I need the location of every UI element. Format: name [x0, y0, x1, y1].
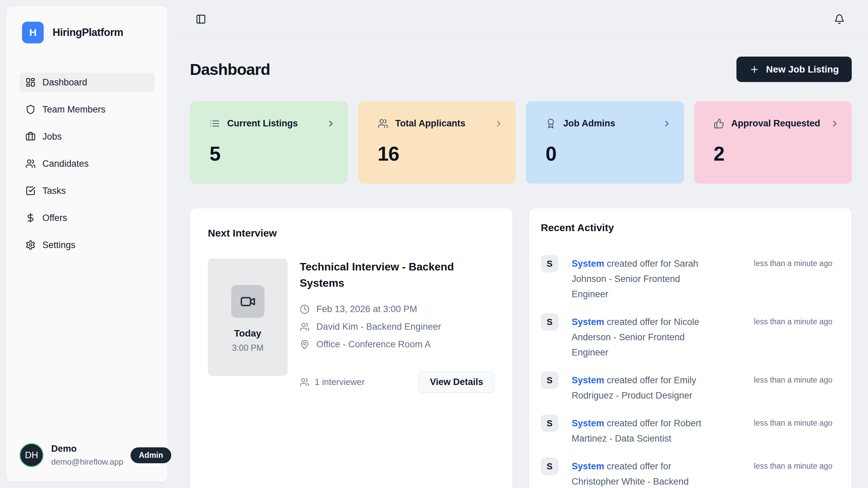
interview-datetime: Feb 13, 2026 at 3:00 PM [316, 304, 417, 314]
stat-card-job-admins[interactable]: Job Admins 0 [526, 101, 684, 184]
users-icon [300, 378, 309, 387]
stat-card-total-applicants[interactable]: Total Applicants 16 [358, 101, 516, 184]
sidebar-item-label: Dashboard [42, 77, 87, 88]
map-pin-icon [300, 340, 310, 349]
interview-date-tile: Today 3:00 PM [208, 259, 288, 376]
stat-value: 16 [378, 142, 504, 165]
activity-timestamp: less than a minute ago [754, 458, 832, 488]
interviewer-count-label: 1 interviewer [315, 377, 364, 387]
stat-card-current-listings[interactable]: Current Listings 5 [190, 101, 348, 184]
page-title: Dashboard [190, 60, 270, 79]
new-job-listing-button[interactable]: New Job Listing [736, 57, 852, 82]
sidebar-item-label: Team Members [42, 104, 105, 115]
sidebar-item-settings[interactable]: Settings [19, 235, 155, 255]
recent-activity-panel: Recent Activity S System created offer f… [529, 208, 852, 488]
activity-avatar: S [541, 371, 558, 389]
user-email: demo@hireflow.app [51, 457, 123, 467]
panel-left-icon [196, 14, 206, 24]
new-job-listing-label: New Job Listing [766, 64, 839, 75]
stat-label: Current Listings [227, 118, 298, 129]
topbar [174, 0, 868, 38]
sidebar-item-label: Jobs [42, 131, 62, 142]
notifications-button[interactable] [832, 12, 846, 26]
sidebar-item-label: Tasks [42, 186, 66, 196]
users-icon [378, 118, 388, 129]
users-icon [300, 322, 310, 332]
activity-actor[interactable]: System [572, 418, 604, 428]
activity-timestamp: less than a minute ago [754, 414, 832, 446]
shield-icon [25, 104, 36, 115]
next-interview-title: Next Interview [208, 227, 495, 239]
activity-timestamp: less than a minute ago [754, 255, 832, 302]
users-icon [25, 159, 36, 169]
stat-card-approval-requested[interactable]: Approval Requested 2 [694, 101, 852, 184]
interview-candidate-row: David Kim - Backend Engineer [300, 322, 495, 332]
activity-avatar: S [541, 414, 558, 432]
sidebar-toggle-button[interactable] [194, 12, 208, 26]
user-profile[interactable]: DH Demo demo@hireflow.app Admin [19, 443, 155, 467]
activity-timestamp: less than a minute ago [754, 371, 832, 403]
activity-item: S System created offer for Robert Martin… [541, 414, 832, 446]
interview-day-label: Today [234, 328, 261, 339]
stat-value: 2 [714, 142, 840, 165]
stat-label: Total Applicants [395, 118, 466, 129]
activity-actor[interactable]: System [572, 259, 604, 269]
activity-timestamp: less than a minute ago [754, 313, 832, 360]
chevron-right-icon [326, 119, 336, 128]
sidebar-item-label: Settings [42, 240, 76, 250]
app-title: HiringPlatform [53, 26, 123, 39]
activity-actor[interactable]: System [572, 461, 604, 471]
sidebar-nav: Dashboard Team Members Jobs Candidates T… [19, 73, 155, 255]
sidebar-item-dashboard[interactable]: Dashboard [19, 73, 155, 92]
activity-avatar: S [541, 458, 558, 475]
chevron-right-icon [830, 119, 840, 128]
interview-candidate: David Kim - Backend Engineer [316, 322, 441, 332]
interview-datetime-row: Feb 13, 2026 at 3:00 PM [300, 304, 495, 314]
stat-value: 5 [210, 142, 336, 165]
sidebar-item-team-members[interactable]: Team Members [19, 100, 155, 119]
sidebar-item-label: Candidates [42, 159, 89, 169]
chevron-right-icon [662, 119, 672, 128]
app-logo-mark: H [22, 22, 44, 43]
interview-title: Technical Interview - Backend Systems [300, 259, 462, 291]
activity-item: S System created offer for Nicole Anders… [541, 313, 832, 360]
activity-avatar: S [541, 313, 558, 331]
content: Dashboard New Job Listing Current Listin… [174, 57, 868, 488]
activity-item: S System created offer for Christopher W… [541, 458, 832, 488]
sidebar-item-offers[interactable]: Offers [19, 208, 155, 228]
activity-actor[interactable]: System [572, 317, 604, 327]
layout-dashboard-icon [25, 77, 36, 87]
page-header: Dashboard New Job Listing [190, 57, 852, 82]
stat-label: Job Admins [563, 118, 615, 129]
role-badge: Admin [131, 447, 171, 463]
avatar: DH [19, 443, 44, 467]
activity-item: S System created offer for Sarah Johnson… [541, 255, 832, 302]
briefcase-icon [25, 131, 36, 142]
main-area: Dashboard New Job Listing Current Listin… [174, 0, 868, 488]
stat-value: 0 [546, 142, 672, 165]
chevron-right-icon [494, 119, 504, 128]
stat-cards: Current Listings 5 Total Applicants [190, 101, 852, 184]
check-square-icon [25, 186, 36, 196]
sidebar-item-tasks[interactable]: Tasks [19, 181, 155, 201]
bell-icon [834, 14, 845, 24]
sidebar-item-label: Offers [42, 213, 67, 223]
activity-actor[interactable]: System [572, 375, 604, 385]
user-info: Demo demo@hireflow.app [51, 444, 123, 467]
interviewer-count: 1 interviewer [300, 377, 364, 387]
interview-time-label: 3:00 PM [232, 343, 263, 353]
sidebar-item-jobs[interactable]: Jobs [19, 127, 155, 146]
video-camera-icon [240, 294, 256, 309]
interview-location: Office - Conference Room A [316, 339, 431, 350]
sidebar-item-candidates[interactable]: Candidates [19, 154, 155, 174]
award-icon [546, 118, 556, 129]
clock-icon [300, 304, 310, 314]
interview-location-row: Office - Conference Room A [300, 339, 495, 350]
view-details-button[interactable]: View Details [418, 371, 495, 393]
recent-activity-title: Recent Activity [541, 222, 832, 233]
user-name: Demo [51, 444, 123, 454]
list-icon [210, 118, 220, 129]
dollar-icon [25, 213, 36, 223]
activity-item: S System created offer for Emily Rodrigu… [541, 371, 832, 403]
gear-icon [25, 240, 36, 250]
